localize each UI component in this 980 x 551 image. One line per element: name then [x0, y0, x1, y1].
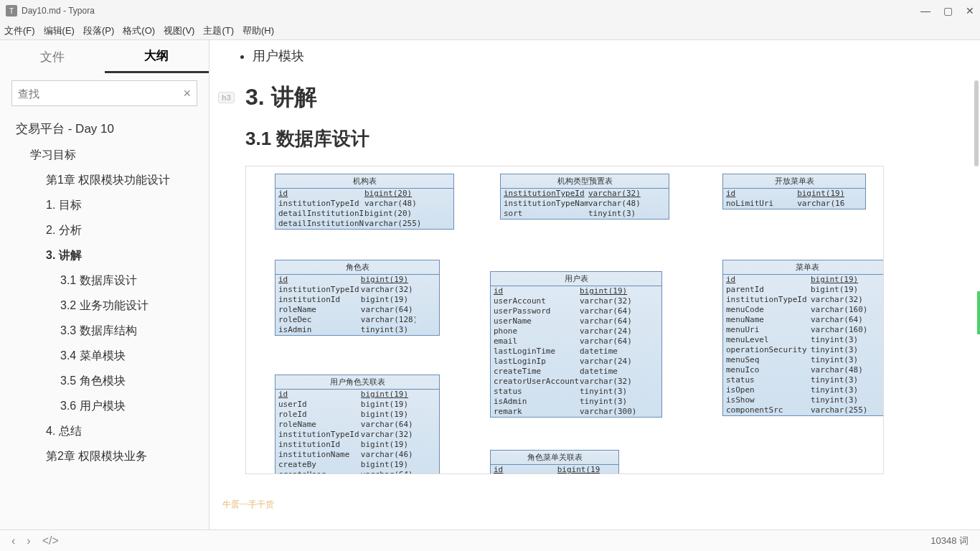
app-icon: T [6, 5, 17, 17]
table-openmenu: 开放菜单表idbigint(19)noLimitUrivarchar(160) [722, 174, 866, 209]
search-box[interactable]: × [11, 80, 197, 106]
table-menu: 菜单表idbigint(19)parentIdbigint(19)institu… [722, 260, 884, 416]
menu-view[interactable]: 视图(V) [164, 24, 194, 37]
nav-back[interactable]: ‹ [11, 534, 15, 547]
maximize-button[interactable]: ▢ [943, 5, 953, 17]
sidebar: 文件 大纲 × 交易平台 - Day 10 学习目标第1章 权限模块功能设计1.… [0, 40, 209, 529]
close-button[interactable]: ✕ [966, 5, 974, 17]
outline-item[interactable]: 学习目标 [6, 143, 203, 168]
heading-explain: h3 3. 讲解 [245, 82, 958, 113]
outline-item[interactable]: 1. 目标 [6, 193, 203, 218]
menu-file[interactable]: 文件(F) [4, 24, 35, 37]
outline-item[interactable]: 4. 总结 [6, 419, 203, 444]
table-user: 用户表idbigint(19)userAccountvarchar(32)use… [490, 271, 662, 418]
word-count[interactable]: 10348 词 [930, 534, 969, 547]
editor[interactable]: 用户模块 h3 3. 讲解 3.1 数据库设计 机构表idbigint(20)i… [209, 40, 980, 529]
titlebar: T Day10.md - Typora — ▢ ✕ [0, 0, 980, 22]
outline-item[interactable]: 3.4 菜单模块 [6, 344, 203, 369]
menu-format[interactable]: 格式(O) [123, 24, 155, 37]
outline-item[interactable]: 3.6 用户模块 [6, 394, 203, 419]
heading-tag: h3 [218, 92, 235, 103]
table-role: 角色表idbigint(19)institutionTypeIdvarchar(… [275, 260, 440, 336]
watermark: 牛蛋一手干货 [222, 499, 274, 511]
tab-files[interactable]: 文件 [0, 40, 105, 73]
outline-item[interactable]: 第2章 权限模块业务 [6, 444, 203, 469]
search-input[interactable] [18, 88, 183, 100]
outline-item[interactable]: 3.1 数据库设计 [6, 268, 203, 293]
source-toggle[interactable]: </> [42, 534, 59, 547]
table-userrole: 用户角色关联表idbigint(19)userIdbigint(19)roleI… [275, 375, 440, 474]
window-title: Day10.md - Typora [22, 6, 95, 16]
outline-item[interactable]: 2. 分析 [6, 218, 203, 243]
tab-outline[interactable]: 大纲 [105, 40, 209, 73]
statusbar: ‹ › </> 10348 词 [0, 529, 980, 551]
table-org: 机构表idbigint(20)institutionTypeIdvarchar(… [275, 174, 454, 230]
table-rolemenu: 角色菜单关联表idbigint(19) [490, 450, 619, 474]
heading-db-design: 3.1 数据库设计 [245, 126, 958, 151]
menu-paragraph[interactable]: 段落(P) [83, 24, 114, 37]
table-orgtype: 机构类型预置表institutionTypeIdvarchar(32)insti… [500, 174, 669, 220]
menu-theme[interactable]: 主题(T) [203, 24, 234, 37]
minimize-button[interactable]: — [920, 5, 930, 17]
menu-edit[interactable]: 编辑(E) [44, 24, 75, 37]
outline-item[interactable]: 3.2 业务功能设计 [6, 293, 203, 319]
outline-item[interactable]: 3.3 数据库结构 [6, 319, 203, 344]
bullet-item: 用户模块 [253, 47, 958, 65]
clear-icon[interactable]: × [183, 86, 191, 101]
outline-item[interactable]: 3.5 角色模块 [6, 369, 203, 394]
outline-item[interactable]: 第1章 权限模块功能设计 [6, 168, 203, 193]
outline-item[interactable]: 3. 讲解 [6, 243, 203, 268]
menubar: 文件(F) 编辑(E) 段落(P) 格式(O) 视图(V) 主题(T) 帮助(H… [0, 22, 980, 40]
menu-help[interactable]: 帮助(H) [242, 24, 274, 37]
nav-forward[interactable]: › [27, 534, 30, 547]
outline-root[interactable]: 交易平台 - Day 10 [6, 116, 203, 143]
er-diagram: 机构表idbigint(20)institutionTypeIdvarchar(… [245, 166, 884, 474]
outline-tree: 交易平台 - Day 10 学习目标第1章 权限模块功能设计1. 目标2. 分析… [0, 116, 209, 529]
